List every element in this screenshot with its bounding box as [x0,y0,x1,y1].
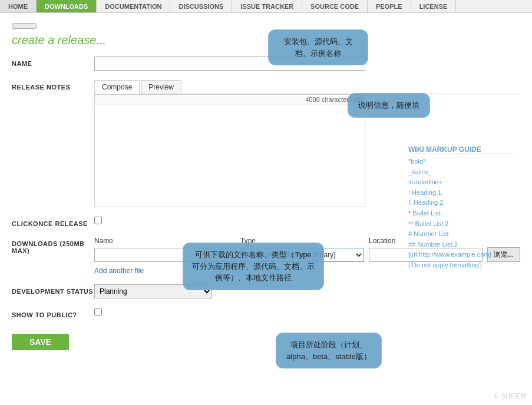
show-public-checkbox[interactable] [94,308,102,316]
nav-people[interactable]: PEOPLE [368,0,411,12]
add-file-link[interactable]: Add another file [94,267,144,275]
dev-status-select[interactable]: Planning Pre-Alpha Alpha Beta Production… [94,284,212,298]
dev-status-row: DEVELOPMENT STATUS Planning Pre-Alpha Al… [12,284,520,298]
wiki-item-5: * Bullet List [408,208,514,219]
release-notes-textarea[interactable] [95,105,365,205]
top-navigation: HOME DOWNLOADS DOCUMENTATION DISCUSSIONS… [0,0,532,13]
name-input[interactable] [94,57,365,71]
show-public-control-area [94,308,520,317]
show-public-row: SHOW TO PUBLIC? [12,308,520,318]
wiki-guide: WIKI MARKUP GUIDE *bold* _italics_ +unde… [408,145,514,271]
wiki-guide-title: WIKI MARKUP GUIDE [408,145,514,154]
downloads-name-input[interactable] [94,248,236,262]
col-name-header: Name [94,237,236,245]
wiki-item-6: ** Bullet List 2 [408,219,514,230]
name-row: NAME [12,57,520,71]
char-count: 4000 characters left [95,95,365,105]
upload-btn-area [12,19,520,29]
main-content: create a release... NAME RELEASE NOTES C… [0,13,532,356]
name-control-area [94,57,520,71]
wiki-item-4: !! Heading 2 [408,198,514,208]
wiki-item-9: [url:http://www.example.com] [408,250,514,260]
clickonce-label: CLICKONCE RELEASE [12,217,94,227]
nav-license[interactable]: LICENSE [411,0,457,12]
col-type-header: Type [240,237,364,245]
downloads-label: DOWNLOADS (250MB MAX) [12,237,94,254]
save-button[interactable]: SAVE [12,334,69,350]
col-location-header: Location [369,237,395,245]
wiki-item-10: {'Do not apply formatting'} [408,260,514,271]
wiki-item-1: _italics_ [408,167,514,178]
nav-home[interactable]: HOME [0,0,37,12]
wiki-item-2: +underline+ [408,177,514,188]
wiki-item-8: ## Number List 2 [408,240,514,250]
wiki-item-7: # Number List [408,229,514,240]
nav-discussions[interactable]: DISCUSSIONS [170,0,232,12]
upload-button[interactable] [12,23,37,29]
tab-preview[interactable]: Preview [141,80,181,94]
wiki-item-3: ! Heading 1 [408,188,514,198]
tooltip-dev-status: 项目所处阶段（计划、alpha、beta、stable版） [276,333,382,369]
dev-status-label: DEVELOPMENT STATUS [12,284,94,295]
page-title: create a release... [12,34,520,47]
nav-source-code[interactable]: SOURCE CODE [302,0,368,12]
dev-status-control-area: Planning Pre-Alpha Alpha Beta Production… [94,284,520,298]
wiki-item-0: *bold* [408,157,514,167]
nav-issue-tracker[interactable]: ISSUE TRACKER [232,0,302,12]
notes-container: 4000 characters left [94,94,365,207]
release-notes-tabs: Compose Preview [94,80,520,94]
downloads-type-select[interactable]: Application (Runtime Binary) Source Code… [240,248,364,262]
name-label: NAME [12,57,94,67]
watermark: © 创新互联 [494,392,527,400]
nav-downloads[interactable]: DOWNLOADS [37,0,97,12]
release-notes-label: RELEASE NOTES [12,80,94,91]
show-public-label: SHOW TO PUBLIC? [12,308,94,318]
clickonce-checkbox[interactable] [94,217,102,224]
tab-compose[interactable]: Compose [94,80,140,94]
nav-documentation[interactable]: DOCUMENTATION [97,0,170,12]
